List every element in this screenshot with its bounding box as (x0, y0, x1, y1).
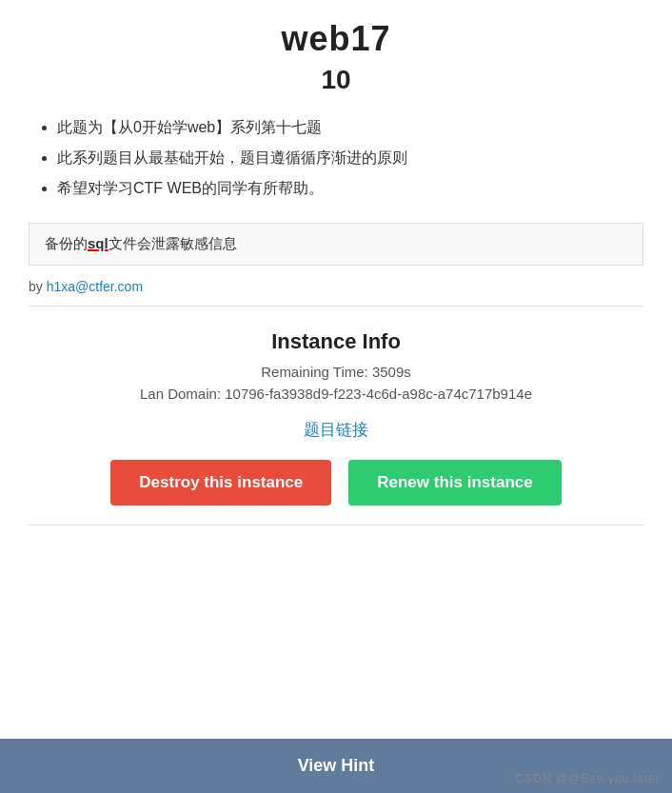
list-item: 此系列题目从最基础开始，题目遵循循序渐进的原则 (57, 143, 643, 173)
description-list: 此题为【从0开始学web】系列第十七题 此系列题目从最基础开始，题目遵循循序渐进… (29, 112, 643, 204)
instance-title: Instance Info (29, 329, 643, 354)
destroy-instance-button[interactable]: Destroy this instance (110, 460, 331, 506)
author-prefix: by (29, 279, 47, 294)
author-email-link[interactable]: h1xa@ctfer.com (47, 279, 143, 294)
hint-suffix: 文件会泄露敏感信息 (109, 235, 237, 251)
hint-box: 备份的sql文件会泄露敏感信息 (29, 223, 643, 266)
lan-domain: Lan Domain: 10796-fa3938d9-f223-4c6d-a98… (29, 384, 643, 406)
instance-section: Instance Info Remaining Time: 3509s Lan … (29, 329, 643, 525)
challenge-link[interactable]: 题目链接 (29, 419, 643, 441)
instance-buttons: Destroy this instance Renew this instanc… (29, 460, 643, 506)
renew-instance-button[interactable]: Renew this instance (348, 460, 561, 506)
score-display: 10 (29, 65, 643, 95)
watermark: CSDN @@See you later (516, 772, 661, 785)
main-content: web17 10 此题为【从0开始学web】系列第十七题 此系列题目从最基础开始… (0, 0, 672, 554)
page-title: web17 (29, 19, 643, 59)
remaining-time: Remaining Time: 3509s (29, 364, 643, 380)
hint-keyword: sql (88, 235, 109, 251)
hint-prefix: 备份的 (45, 235, 88, 251)
list-item: 此题为【从0开始学web】系列第十七题 (57, 112, 643, 143)
list-item: 希望对学习CTF WEB的同学有所帮助。 (57, 173, 643, 204)
author-line: by h1xa@ctfer.com (29, 279, 643, 307)
